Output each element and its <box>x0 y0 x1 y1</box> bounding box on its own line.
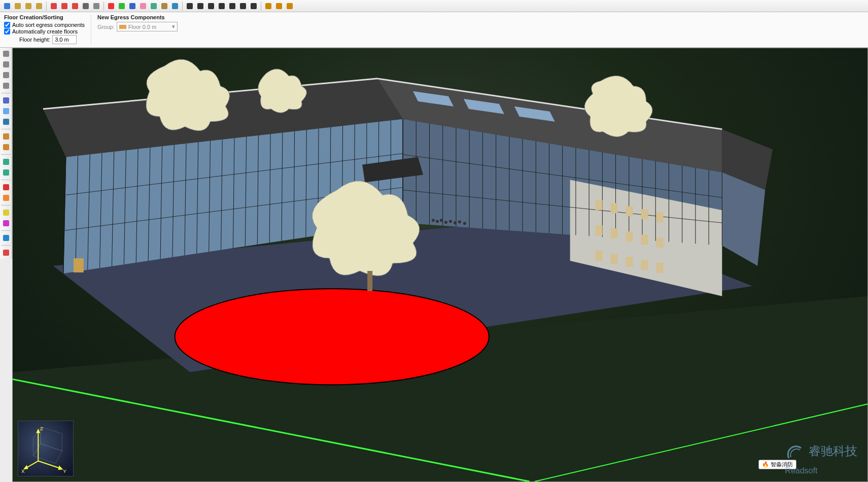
snap-toggle[interactable] <box>263 1 273 11</box>
auto-create-checkbox[interactable] <box>4 28 10 35</box>
svg-rect-6 <box>72 3 78 9</box>
mesh-tool[interactable] <box>81 1 91 11</box>
scale-tool[interactable] <box>1 70 11 80</box>
layer-yellow[interactable] <box>1 208 11 218</box>
open-file[interactable] <box>23 1 33 11</box>
axes-gizmo[interactable]: Z X Y <box>18 421 74 476</box>
zoom-out[interactable] <box>249 1 259 11</box>
auto-create-row[interactable]: Automatically create floors <box>4 28 85 35</box>
render-red[interactable] <box>106 1 116 11</box>
rotate-tool[interactable] <box>1 59 11 70</box>
grid-tool[interactable] <box>1 233 11 243</box>
layer-magenta[interactable] <box>1 218 11 228</box>
scene-render <box>13 48 867 481</box>
svg-rect-7 <box>83 3 89 9</box>
svg-rect-4 <box>51 3 57 9</box>
material-2[interactable] <box>159 1 169 11</box>
svg-rect-37 <box>3 184 9 190</box>
circle-tool[interactable] <box>70 1 80 11</box>
region-orange[interactable] <box>1 193 11 203</box>
svg-rect-41 <box>3 235 9 241</box>
toolbar-separator <box>1 129 11 129</box>
toolbar-separator <box>103 2 104 11</box>
auto-create-label: Automatically create floors <box>12 28 78 35</box>
flow-2[interactable] <box>1 167 11 178</box>
svg-rect-129 <box>656 237 663 248</box>
svg-rect-40 <box>3 220 9 226</box>
svg-rect-128 <box>641 234 648 245</box>
svg-point-138 <box>432 219 435 222</box>
svg-rect-24 <box>276 3 282 9</box>
orbit-tool[interactable] <box>217 1 227 11</box>
select-tool[interactable] <box>2 1 12 11</box>
zoom-in[interactable] <box>238 1 248 11</box>
auto-sort-checkbox[interactable] <box>4 22 10 28</box>
auto-sort-row[interactable]: Auto sort egress components <box>4 22 85 28</box>
svg-point-139 <box>436 220 439 223</box>
svg-rect-12 <box>140 3 146 9</box>
cube-tool[interactable] <box>91 1 101 11</box>
wall-tool[interactable] <box>1 95 11 106</box>
group-row: Group: Floor 0.0 m ▾ <box>97 22 178 31</box>
add-occupant[interactable] <box>1 131 11 142</box>
render-blue[interactable] <box>127 1 137 11</box>
toolbar-separator <box>46 2 47 11</box>
person-tool[interactable] <box>170 1 180 11</box>
svg-marker-148 <box>41 427 62 451</box>
svg-rect-123 <box>641 209 648 219</box>
save-file[interactable] <box>34 1 44 11</box>
zoom-tool[interactable] <box>227 1 237 11</box>
material-1[interactable] <box>149 1 159 11</box>
grid-expand[interactable] <box>274 1 284 11</box>
axis-x-label: X <box>21 468 25 474</box>
floor-icon <box>119 25 126 29</box>
svg-rect-133 <box>641 260 648 270</box>
svg-rect-22 <box>251 3 257 9</box>
flow-1[interactable] <box>1 157 11 167</box>
svg-point-144 <box>458 220 461 223</box>
toolbar-separator <box>1 230 11 231</box>
toolbar-separator <box>1 245 11 246</box>
group-select[interactable]: Floor 0.0 m ▾ <box>117 22 178 31</box>
svg-rect-131 <box>611 254 618 264</box>
move-tool[interactable] <box>1 49 11 59</box>
viewport-3d[interactable]: Z X Y 🔥 智淼消防 睿驰科技 Readsoft <box>12 48 868 482</box>
walk-tool[interactable] <box>206 1 216 11</box>
rect-tool[interactable] <box>59 1 70 11</box>
region-red[interactable] <box>1 182 11 192</box>
add-group[interactable] <box>1 142 11 152</box>
svg-rect-28 <box>3 72 9 78</box>
toolbar-separator <box>1 154 11 155</box>
svg-rect-120 <box>596 200 603 210</box>
palette[interactable] <box>138 1 148 11</box>
new-file[interactable] <box>13 1 23 11</box>
pan-tool[interactable] <box>195 1 205 11</box>
floor-height-input[interactable] <box>52 35 77 44</box>
svg-rect-31 <box>3 108 9 114</box>
svg-point-140 <box>440 219 443 222</box>
measure-tool[interactable] <box>1 81 11 91</box>
svg-rect-26 <box>3 51 9 57</box>
svg-rect-0 <box>4 3 10 9</box>
render-green[interactable] <box>117 1 127 11</box>
svg-rect-34 <box>3 144 9 150</box>
svg-rect-35 <box>3 159 9 165</box>
query-tool[interactable] <box>1 248 11 258</box>
chevron-down-icon: ▾ <box>172 23 175 30</box>
svg-rect-20 <box>229 3 235 9</box>
svg-rect-17 <box>197 3 203 9</box>
svg-rect-1 <box>15 3 21 9</box>
svg-rect-21 <box>240 3 246 9</box>
svg-rect-30 <box>3 97 9 104</box>
svg-rect-8 <box>93 3 99 9</box>
box-select[interactable] <box>49 1 59 11</box>
svg-rect-10 <box>119 3 125 9</box>
door-tool[interactable] <box>1 106 11 116</box>
grid-collapse[interactable] <box>285 1 295 11</box>
svg-marker-154 <box>58 465 63 470</box>
floor-creation-title: Floor Creation/Sorting <box>4 14 85 20</box>
stair-tool[interactable] <box>1 117 11 127</box>
svg-rect-122 <box>626 206 633 216</box>
floor-height-label: Floor height: <box>19 37 50 43</box>
pointer[interactable] <box>185 1 195 11</box>
